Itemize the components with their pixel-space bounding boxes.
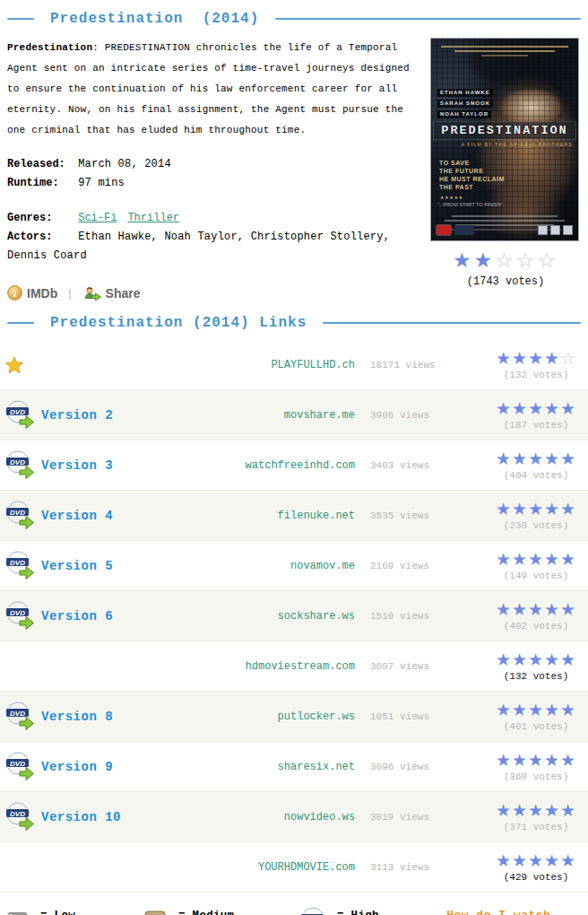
version-link[interactable]: Version 10 [41, 810, 121, 824]
movie-rating[interactable]: ★★☆☆☆ (1743 votes) [430, 249, 581, 288]
host-site-link[interactable]: sharesix.net [278, 761, 355, 773]
poster-review-stars: ★★★★★ [440, 194, 463, 201]
movie-rating-stars[interactable]: ★★☆☆☆ [430, 249, 581, 273]
poster-distributor-badge [454, 225, 474, 235]
votes-count: (187 votes) [489, 420, 583, 431]
dvd-icon: DVD [5, 501, 41, 530]
genres-label: Genres: [7, 209, 72, 228]
version-link[interactable]: Version 9 [41, 760, 113, 774]
star-filled-icon: ★ [496, 449, 512, 468]
star-filled-icon: ★ [496, 750, 512, 770]
link-rating[interactable]: ★★★★★(230 votes) [489, 500, 583, 531]
views-count: 3906 views [355, 410, 464, 421]
star-filled-icon: ★ [544, 599, 560, 619]
ts-icon: TS [144, 911, 171, 915]
host-site-link[interactable]: movshare.me [284, 409, 355, 422]
host-site-link[interactable]: YOURHDMOVIE.com [258, 861, 355, 874]
star-rating: ★★☆☆☆ [453, 249, 558, 273]
votes-count: (230 votes) [489, 520, 583, 531]
host-site-link[interactable]: nowvideo.ws [284, 811, 355, 824]
poster-credit: A FILM BY THE SPIERIG BROTHERS [461, 142, 573, 147]
star-empty-icon: ☆ [560, 348, 576, 368]
link-row: DVD Version 2movshare.me3906 views★★★★★(… [0, 390, 588, 440]
version-link[interactable]: Version 2 [41, 408, 113, 423]
version-cell: Version 10 [41, 810, 231, 824]
host-site-cell: putlocker.ws [231, 710, 355, 723]
version-link[interactable]: Version 6 [41, 609, 113, 623]
star-filled-icon: ★ [528, 449, 544, 468]
genre-link-sci-fi[interactable]: Sci-Fi [78, 212, 117, 224]
link-rating[interactable]: ★★★★★(404 votes) [489, 449, 583, 481]
help-link[interactable]: How do I watch these? [446, 909, 581, 915]
genres-list: Sci-FiThriller [78, 212, 190, 224]
link-rating[interactable]: ★★★★★(360 votes) [489, 751, 583, 782]
views-count: 3019 views [355, 812, 464, 823]
link-row: hdmoviestream.com3607 views★★★★★(132 vot… [0, 641, 588, 692]
version-link[interactable]: Version 3 [41, 458, 113, 473]
link-rating[interactable]: ★★★★★(429 votes) [489, 851, 583, 883]
link-rating[interactable]: ★★★★★(187 votes) [489, 399, 583, 431]
host-site-link[interactable]: putlocker.ws [278, 710, 355, 723]
star-filled-icon: ★ [544, 348, 560, 368]
star-empty-icon: ☆ [516, 248, 538, 272]
genre-link-thriller[interactable]: Thriller [127, 212, 179, 224]
link-row: DVD Version 4filenuke.net3535 views★★★★★… [0, 491, 588, 541]
dvd-icon: DVD [5, 702, 41, 731]
votes-count: (132 votes) [489, 671, 583, 682]
imdb-button[interactable]: i IMDb [7, 285, 57, 301]
link-rating[interactable]: ★★★★★(132 votes) [489, 650, 583, 682]
svg-text:i: i [13, 288, 16, 299]
poster-format-box [563, 225, 573, 235]
star-filled-icon: ★ [544, 750, 560, 770]
star-filled-icon: ★ [474, 248, 496, 272]
star-rating: ★★★★★ [496, 701, 576, 720]
version-link[interactable]: Version 8 [41, 710, 113, 724]
svg-text:DVD: DVD [10, 760, 25, 768]
header-rule-right [275, 18, 581, 20]
host-site-link[interactable]: watchfreeinhd.com [246, 459, 355, 472]
legend-label: = High Quality [337, 910, 416, 915]
views-count: 3096 views [355, 762, 464, 772]
header-rule-left [7, 18, 34, 20]
host-site-link[interactable]: hdmoviestream.com [246, 660, 355, 673]
star-filled-icon: ★ [512, 449, 528, 468]
page-title: Predestination (2014) [50, 11, 259, 27]
star-rating: ★★★★★ [496, 500, 576, 519]
link-rating[interactable]: ★★★★☆(132 votes) [489, 349, 583, 380]
star-filled-icon: ★ [544, 800, 560, 820]
link-rating[interactable]: ★★★★★(401 votes) [489, 701, 583, 732]
star-filled-icon: ★ [496, 499, 512, 518]
host-site-cell: hdmoviestream.com [231, 660, 355, 673]
star-filled-icon: ★ [528, 348, 544, 368]
header-rule-right [323, 322, 581, 324]
genres-row: Genres: Sci-FiThriller [7, 209, 421, 228]
views-count: 3113 views [355, 862, 464, 873]
dvd-icon: DVD [5, 802, 41, 832]
svg-text:DVD: DVD [10, 710, 25, 718]
link-rating[interactable]: ★★★★★(371 votes) [489, 801, 583, 832]
version-link[interactable]: Version 5 [41, 559, 113, 573]
host-site-link[interactable]: sockshare.ws [278, 610, 355, 623]
runtime-value: 97 mins [78, 177, 125, 189]
poster-column: ETHAN HAWKESARAH SNOOKNOAH TAYLOR PREDES… [430, 38, 581, 301]
link-rating[interactable]: ★★★★★(149 votes) [489, 550, 583, 581]
views-count: 3403 views [355, 460, 464, 471]
version-link[interactable]: Version 4 [41, 509, 113, 523]
description-text: : PREDESTINATION chronicles the life of … [7, 42, 410, 135]
share-button[interactable]: Share [82, 286, 141, 301]
dvd-icon: DVD [5, 752, 41, 781]
votes-count: (149 votes) [489, 571, 583, 581]
votes-count: (360 votes) [489, 771, 583, 782]
star-filled-icon: ★ [496, 599, 512, 619]
host-site-link[interactable]: novamov.me [290, 560, 355, 572]
star-filled-icon: ★ [544, 649, 560, 669]
star-filled-icon: ★ [560, 750, 576, 770]
link-rating[interactable]: ★★★★★(402 votes) [489, 600, 583, 632]
poster-quote-line [441, 46, 568, 48]
poster-classification-badge [437, 225, 451, 235]
host-site-link[interactable]: filenuke.net [278, 510, 355, 522]
legend-item-dvd: DVD = High Quality [300, 907, 416, 915]
host-site-link[interactable]: PLAYFULLHD.ch [271, 359, 355, 371]
star-filled-icon: ★ [512, 750, 528, 770]
movie-header: Predestination (2014) [0, 0, 588, 32]
